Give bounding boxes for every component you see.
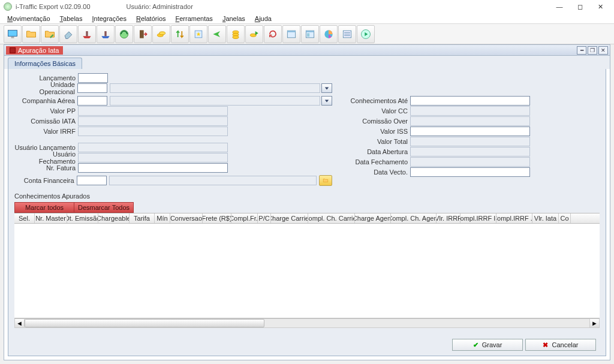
- maximize-button[interactable]: ◻: [570, 0, 590, 13]
- tool-window2-icon[interactable]: [301, 25, 319, 43]
- desmarcar-todos-button[interactable]: Desmarcar Todos: [74, 202, 134, 213]
- tool-eraser-icon[interactable]: [59, 25, 77, 43]
- combo-cia-button[interactable]: [321, 96, 332, 106]
- grid-body[interactable]: [14, 224, 600, 318]
- tool-monitor-icon[interactable]: [4, 25, 22, 43]
- input-lancamento[interactable]: [78, 73, 108, 83]
- scroll-track[interactable]: [25, 319, 589, 327]
- col-pc[interactable]: P/C: [258, 213, 271, 223]
- col-complirrf[interactable]: Compl.IRRF ...: [496, 213, 532, 223]
- section-title: Conhecimentos Apurados: [14, 192, 600, 200]
- col-vlrirrf[interactable]: Vlr. IRRF: [437, 213, 460, 223]
- menu-ajuda[interactable]: Ajuda: [250, 14, 276, 23]
- menu-relatorios[interactable]: Relatórios: [131, 14, 171, 23]
- tool-list-icon[interactable]: [338, 25, 356, 43]
- tool-coins-icon[interactable]: [152, 25, 170, 43]
- col-chargeagent[interactable]: Charge Agent: [355, 213, 391, 223]
- label-conh-ate: Conhecimentos Até: [338, 97, 410, 104]
- input-comissao-over: [410, 116, 530, 126]
- gravar-button[interactable]: ✔Gravar: [452, 339, 523, 351]
- tool-pie-icon[interactable]: [320, 25, 338, 43]
- input-data-abertura: [410, 147, 530, 157]
- label-data-abertura: Data Abertura: [338, 148, 410, 155]
- col-frete[interactable]: Frete (R$): [203, 213, 231, 223]
- col-chargecarrier[interactable]: Charge Carrier: [271, 213, 308, 223]
- tool-window1-icon[interactable]: [282, 25, 300, 43]
- menu-tabelas[interactable]: Tabelas: [55, 14, 88, 23]
- col-complchcarrier[interactable]: Compl. Ch. Carrier: [308, 213, 355, 223]
- col-dtemissao[interactable]: Dt. Emissão: [67, 213, 98, 223]
- menu-janelas[interactable]: Janelas: [218, 14, 250, 23]
- tool-edit-folder-icon[interactable]: [41, 25, 59, 43]
- input-cia-code[interactable]: [77, 96, 107, 106]
- tool-arrows-updown-icon[interactable]: [171, 25, 189, 43]
- input-conh-ate[interactable]: [410, 96, 530, 106]
- label-cia: Companhia Aérea: [14, 97, 77, 104]
- col-nrmaster[interactable]: Nr. Master: [35, 213, 67, 223]
- tool-folder-icon[interactable]: [22, 25, 40, 43]
- tool-refresh-icon[interactable]: [264, 25, 282, 43]
- input-valor-pp: [78, 106, 228, 116]
- tool-coins-arrow-icon[interactable]: [245, 25, 263, 43]
- tool-coins-stack-icon[interactable]: [227, 25, 245, 43]
- tool-boat-right-icon[interactable]: [97, 25, 115, 43]
- input-unidade-desc: [110, 83, 320, 93]
- col-co[interactable]: Co: [559, 213, 571, 223]
- col-chargeable[interactable]: Chargeable: [98, 213, 130, 223]
- input-conta-fin-code[interactable]: [77, 176, 107, 185]
- scroll-thumb[interactable]: [25, 319, 264, 327]
- combo-unidade-button[interactable]: [321, 83, 332, 93]
- scroll-right-button[interactable]: ►: [589, 319, 599, 327]
- label-comissao-iata: Comissão IATA: [14, 118, 78, 125]
- mdi-close-button[interactable]: ✕: [598, 46, 608, 55]
- svg-rect-5: [140, 30, 144, 38]
- tab-informacoes-basicas[interactable]: Informações Básicas: [8, 58, 82, 69]
- tool-star-icon[interactable]: ★: [189, 25, 207, 43]
- label-comissao-over: Comissão Over: [338, 118, 410, 125]
- mdi-minimize-button[interactable]: ━: [577, 46, 586, 55]
- menu-movimentacao[interactable]: Movimentação: [2, 14, 55, 23]
- tool-plane-out-icon[interactable]: [208, 25, 226, 43]
- svg-text:★: ★: [196, 31, 201, 37]
- menu-ferramentas[interactable]: Ferramentas: [171, 14, 218, 23]
- col-vlriata[interactable]: Vlr. Iata: [532, 213, 559, 223]
- close-button[interactable]: ✕: [590, 0, 610, 13]
- window-titlebar: i-Traffic Export v.02.09.00 Usuário: Adm…: [0, 0, 614, 13]
- svg-rect-1: [11, 37, 14, 38]
- input-unidade-code[interactable]: [77, 83, 107, 93]
- tool-exit-door-icon[interactable]: [134, 25, 152, 43]
- tool-play-icon[interactable]: [357, 25, 375, 43]
- scroll-left-button[interactable]: ◄: [15, 319, 25, 327]
- menu-integracoes[interactable]: Integrações: [87, 14, 131, 23]
- input-data-vecto[interactable]: [410, 167, 530, 177]
- user-label: Usuário: Administrador: [127, 3, 193, 10]
- col-conversao[interactable]: Conversao: [170, 213, 203, 223]
- tool-boat-left-icon[interactable]: [78, 25, 96, 43]
- input-conta-fin-desc: [109, 176, 317, 185]
- tool-globe-refresh-icon[interactable]: [115, 25, 133, 43]
- svg-rect-15: [287, 31, 295, 32]
- label-data-fech: Data Fechamento: [338, 158, 410, 166]
- input-valor-iss[interactable]: [410, 127, 530, 136]
- col-sel[interactable]: Sel.: [14, 213, 35, 223]
- svg-point-7: [159, 31, 165, 34]
- svg-rect-17: [306, 31, 314, 32]
- col-complirrfi[interactable]: Compl.IRRF I...: [460, 213, 496, 223]
- svg-rect-18: [307, 33, 309, 37]
- col-complfr[interactable]: Compl.Fr..: [231, 213, 258, 223]
- col-min[interactable]: Mín: [155, 213, 170, 223]
- input-valor-total: [410, 137, 530, 146]
- horizontal-scrollbar[interactable]: ◄ ►: [14, 318, 600, 328]
- col-complchagent[interactable]: Compl. Ch. Agent: [391, 213, 437, 223]
- col-tarifa[interactable]: Tarifa: [130, 213, 155, 223]
- input-nr-fatura[interactable]: [78, 163, 228, 173]
- minimize-button[interactable]: —: [549, 0, 570, 13]
- label-conta-fin: Conta Financeira: [14, 177, 77, 184]
- marcar-todos-button[interactable]: Marcar todos: [14, 202, 74, 213]
- mdi-window: Apuração Iata ━ ❐ ✕ Informações Básicas …: [4, 44, 610, 360]
- label-nr-fatura: Nr. Fatura: [14, 164, 78, 172]
- grid-header: Sel.Nr. MasterDt. EmissãoChargeableTarif…: [14, 213, 600, 224]
- lookup-conta-fin-button[interactable]: [319, 175, 332, 186]
- mdi-restore-button[interactable]: ❐: [588, 46, 597, 55]
- cancelar-button[interactable]: ✖Cancelar: [525, 339, 596, 351]
